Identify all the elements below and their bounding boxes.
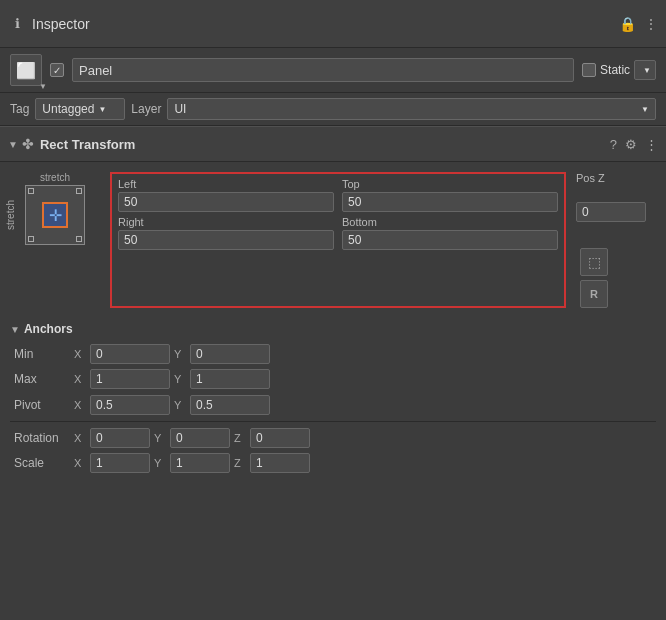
scale-x[interactable] xyxy=(90,453,150,473)
anchors-min-xy: X Y xyxy=(74,344,652,364)
static-container: Static ▼ xyxy=(582,60,656,80)
object-icon: ⬜ ▼ xyxy=(10,54,42,86)
layer-label: Layer xyxy=(131,102,161,116)
anchor-widget: stretch stretch ✛ xyxy=(10,172,100,308)
scale-xyz: X Y Z xyxy=(74,453,652,473)
object-name-field[interactable] xyxy=(72,58,574,82)
rotation-label: Rotation xyxy=(14,431,74,445)
blueprint-btn-1[interactable]: ⬚ xyxy=(580,248,608,276)
rotation-x[interactable] xyxy=(90,428,150,448)
right-input[interactable] xyxy=(118,230,334,250)
inspector-icon: ℹ xyxy=(8,15,26,33)
min-x-axis: X xyxy=(74,348,86,360)
pivot-label: Pivot xyxy=(14,398,74,412)
layer-select[interactable]: UI ▼ xyxy=(167,98,656,120)
title-bar-actions: 🔒 ⋮ xyxy=(619,16,658,32)
divider-1 xyxy=(10,421,656,422)
scale-z-axis: Z xyxy=(234,457,246,469)
object-active-checkbox[interactable] xyxy=(50,63,64,77)
inspector-title: Inspector xyxy=(32,16,619,32)
layer-dropdown-arrow: ▼ xyxy=(641,105,649,114)
rotation-xyz: X Y Z xyxy=(74,428,652,448)
pivot-y[interactable] xyxy=(190,395,270,415)
lock-icon[interactable]: 🔒 xyxy=(619,16,636,32)
anchors-max-label: Max xyxy=(14,372,74,386)
help-icon[interactable]: ? xyxy=(610,137,617,152)
rect-transform-content: stretch stretch ✛ xyxy=(0,162,666,488)
anchor-corner-br xyxy=(76,236,82,242)
right-label: Right xyxy=(118,216,334,228)
layer-value: UI xyxy=(174,102,186,116)
rotation-y-axis: Y xyxy=(154,432,166,444)
anchor-corner-tl xyxy=(28,188,34,194)
left-label: Left xyxy=(118,178,334,190)
bottom-field-group: Bottom xyxy=(342,216,558,250)
blueprint-btn-2[interactable]: R xyxy=(580,280,608,308)
anchors-min-row: Min X Y xyxy=(10,344,656,364)
section-title: Rect Transform xyxy=(40,137,610,152)
object-header: ⬜ ▼ Static ▼ xyxy=(0,48,666,93)
anchors-min-x[interactable] xyxy=(90,344,170,364)
rotation-z-axis: Z xyxy=(234,432,246,444)
anchors-max-y[interactable] xyxy=(190,369,270,389)
title-bar: ℹ Inspector 🔒 ⋮ xyxy=(0,0,666,48)
pivot-xy: X Y xyxy=(74,395,652,415)
pivot-y-axis: Y xyxy=(174,399,186,411)
stretch-label-top: stretch xyxy=(40,172,70,183)
posz-input[interactable] xyxy=(576,202,646,222)
position-fields-highlighted: Left Top Right Bottom xyxy=(110,172,566,308)
anchor-widget-wrapper: stretch ✛ xyxy=(25,185,85,245)
rect-transform-section-header: ▼ ✤ Rect Transform ? ⚙ ⋮ xyxy=(0,126,666,162)
cube-icon: ⬜ xyxy=(16,61,36,80)
static-dropdown[interactable]: ▼ xyxy=(634,60,656,80)
pivot-x-axis: X xyxy=(74,399,86,411)
anchors-header: ▼ Anchors xyxy=(10,318,656,340)
posz-label: Pos Z xyxy=(576,172,656,184)
blueprint-buttons: ⬚ R xyxy=(580,248,656,308)
pivot-row: Pivot X Y xyxy=(10,395,656,415)
anchors-min-y[interactable] xyxy=(190,344,270,364)
tag-value: Untagged xyxy=(42,102,94,116)
anchors-max-row: Max X Y xyxy=(10,369,656,389)
scale-x-axis: X xyxy=(74,457,86,469)
menu-icon[interactable]: ⋮ xyxy=(644,16,658,32)
left-input[interactable] xyxy=(118,192,334,212)
rect-main-row: stretch stretch ✛ xyxy=(10,172,656,308)
object-checkbox-label xyxy=(50,63,64,77)
scale-y[interactable] xyxy=(170,453,230,473)
pivot-x[interactable] xyxy=(90,395,170,415)
top-label: Top xyxy=(342,178,558,190)
settings-icon[interactable]: ⚙ xyxy=(625,137,637,152)
scale-y-axis: Y xyxy=(154,457,166,469)
anchors-max-x[interactable] xyxy=(90,369,170,389)
anchors-title: Anchors xyxy=(24,322,73,336)
anchor-box[interactable]: ✛ xyxy=(25,185,85,245)
stretch-label-side: stretch xyxy=(5,200,16,230)
static-label: Static xyxy=(600,63,630,77)
posz-col: Pos Z xyxy=(576,172,656,222)
section-collapse-arrow[interactable]: ▼ xyxy=(8,139,18,150)
move-icon: ✛ xyxy=(49,206,62,225)
top-input[interactable] xyxy=(342,192,558,212)
static-checkbox[interactable] xyxy=(582,63,596,77)
scale-z[interactable] xyxy=(250,453,310,473)
right-field-group: Right xyxy=(118,216,334,250)
rotation-z[interactable] xyxy=(250,428,310,448)
tag-label: Tag xyxy=(10,102,29,116)
bottom-input[interactable] xyxy=(342,230,558,250)
rotation-x-axis: X xyxy=(74,432,86,444)
section-menu-icon[interactable]: ⋮ xyxy=(645,137,658,152)
section-actions: ? ⚙ ⋮ xyxy=(610,137,658,152)
anchors-collapse-arrow[interactable]: ▼ xyxy=(10,324,20,335)
rotation-y[interactable] xyxy=(170,428,230,448)
anchor-corner-bl xyxy=(28,236,34,242)
max-y-axis: Y xyxy=(174,373,186,385)
tag-select[interactable]: Untagged ▼ xyxy=(35,98,125,120)
anchor-inner: ✛ xyxy=(42,202,68,228)
rotation-row: Rotation X Y Z xyxy=(10,428,656,448)
tag-layer-row: Tag Untagged ▼ Layer UI ▼ xyxy=(0,93,666,126)
scale-row: Scale X Y Z xyxy=(10,453,656,473)
static-dropdown-arrow: ▼ xyxy=(643,66,651,75)
transform-icon: ✤ xyxy=(22,136,34,152)
posz-blueprint-col: Pos Z ⬚ R xyxy=(576,172,656,308)
